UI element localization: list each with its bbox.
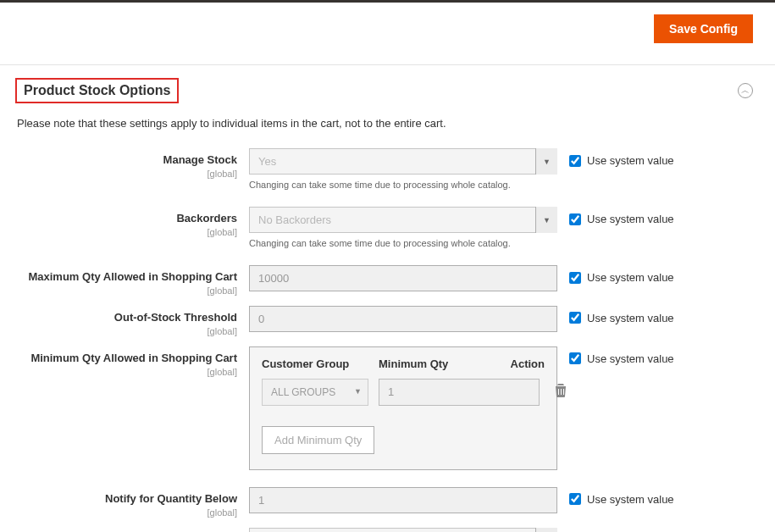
use-system-label: Use system value [587, 312, 674, 324]
max-qty-input[interactable] [249, 265, 557, 291]
check-col: Use system value [557, 148, 674, 167]
check-col: Use system value [557, 207, 674, 225]
use-system-label: Use system value [587, 154, 674, 167]
label-col: Enable Qty Increments [global] [17, 528, 249, 532]
field-min-qty: Minimum Qty Allowed in Shopping Cart [gl… [17, 346, 753, 470]
section-title: Product Stock Options [24, 83, 170, 97]
label-backorders: Backorders [176, 212, 237, 224]
use-system-label: Use system value [587, 271, 674, 284]
input-col: Customer Group Minimum Qty Action ALL GR… [249, 346, 557, 470]
delete-row-button[interactable] [550, 384, 572, 400]
label-col: Out-of-Stock Threshold [global] [17, 306, 249, 336]
use-system-oos[interactable] [569, 312, 581, 324]
table-row: ALL GROUPS ▼ [250, 379, 556, 418]
min-qty-subgroup: Customer Group Minimum Qty Action ALL GR… [249, 346, 557, 470]
scope-label: [global] [17, 367, 237, 377]
field-qty-increments: Enable Qty Increments [global] No ▼ Use … [17, 528, 753, 532]
min-qty-row-input[interactable] [379, 379, 540, 406]
customer-group-select[interactable]: ALL GROUPS [262, 379, 368, 406]
label-max-qty: Maximum Qty Allowed in Shopping Cart [28, 270, 237, 283]
check-col: Use system value [557, 346, 674, 365]
section-header: Product Stock Options ︿ [0, 65, 775, 108]
label-min-qty: Minimum Qty Allowed in Shopping Cart [30, 352, 237, 364]
label-col: Minimum Qty Allowed in Shopping Cart [gl… [17, 346, 249, 377]
check-col: Use system value [557, 528, 674, 532]
scope-label: [global] [17, 326, 237, 336]
manage-stock-select[interactable]: Yes [249, 148, 557, 175]
col-minimum-qty: Minimum Qty [379, 357, 502, 370]
use-system-notify[interactable] [569, 493, 581, 505]
check-col: Use system value [557, 265, 674, 284]
select-wrap: No ▼ [249, 528, 557, 532]
input-col: Yes ▼ Changing can take some time due to… [249, 148, 557, 190]
scope-label: [global] [17, 169, 237, 179]
scope-label: [global] [17, 507, 237, 518]
label-oos-threshold: Out-of-Stock Threshold [114, 311, 237, 324]
scope-label: [global] [17, 285, 237, 296]
save-config-button[interactable]: Save Config [654, 14, 753, 43]
oos-threshold-input[interactable] [249, 306, 557, 332]
input-col: No Backorders ▼ Changing can take some t… [249, 207, 557, 248]
input-col: No ▼ [249, 528, 557, 532]
check-col: Use system value [557, 306, 674, 324]
use-system-label: Use system value [587, 352, 674, 365]
scope-label: [global] [17, 227, 237, 237]
label-col: Notify for Quantity Below [global] [17, 487, 249, 518]
label-col: Backorders [global] [17, 207, 249, 237]
use-system-label: Use system value [587, 493, 674, 506]
field-manage-stock: Manage Stock [global] Yes ▼ Changing can… [17, 148, 753, 190]
use-system-max-qty[interactable] [569, 272, 581, 284]
subgroup-footer: Add Minimum Qty [250, 418, 556, 469]
subgroup-header: Customer Group Minimum Qty Action [250, 347, 556, 379]
field-notify-below: Notify for Quantity Below [global] Use s… [17, 487, 753, 518]
chevron-up-icon: ︿ [741, 85, 750, 97]
select-wrap: Yes ▼ [249, 148, 557, 175]
use-system-manage-stock[interactable] [569, 155, 581, 167]
section-collapse-button[interactable]: ︿ [738, 83, 753, 98]
select-wrap: No Backorders ▼ [249, 207, 557, 233]
notify-below-input[interactable] [249, 487, 557, 513]
label-col: Maximum Qty Allowed in Shopping Cart [gl… [17, 265, 249, 296]
field-backorders: Backorders [global] No Backorders ▼ Chan… [17, 207, 753, 248]
input-col [249, 265, 557, 291]
hint-backorders: Changing can take some time due to proce… [249, 238, 557, 248]
use-system-min-qty[interactable] [569, 352, 581, 364]
hint-manage-stock: Changing can take some time due to proce… [249, 180, 557, 190]
trash-icon [555, 385, 567, 400]
field-oos-threshold: Out-of-Stock Threshold [global] Use syst… [17, 306, 753, 336]
field-max-qty: Maximum Qty Allowed in Shopping Cart [gl… [17, 265, 753, 296]
col-customer-group: Customer Group [262, 357, 379, 370]
use-system-backorders[interactable] [569, 213, 581, 225]
form-area: Manage Stock [global] Yes ▼ Changing can… [0, 148, 775, 532]
check-col: Use system value [557, 487, 674, 506]
label-notify-below: Notify for Quantity Below [105, 492, 237, 505]
label-col: Manage Stock [global] [17, 148, 249, 179]
section-title-highlight: Product Stock Options [15, 78, 179, 103]
section-note: Please note that these settings apply to… [0, 108, 775, 148]
label-manage-stock: Manage Stock [163, 153, 237, 166]
qty-increments-select[interactable]: No [249, 528, 557, 532]
add-minimum-qty-button[interactable]: Add Minimum Qty [262, 426, 374, 454]
select-wrap: ALL GROUPS ▼ [262, 379, 368, 406]
input-col [249, 487, 557, 513]
page-header: Save Config [0, 3, 775, 65]
input-col [249, 306, 557, 332]
use-system-label: Use system value [587, 213, 674, 225]
backorders-select[interactable]: No Backorders [249, 207, 557, 233]
col-action: Action [502, 357, 545, 370]
